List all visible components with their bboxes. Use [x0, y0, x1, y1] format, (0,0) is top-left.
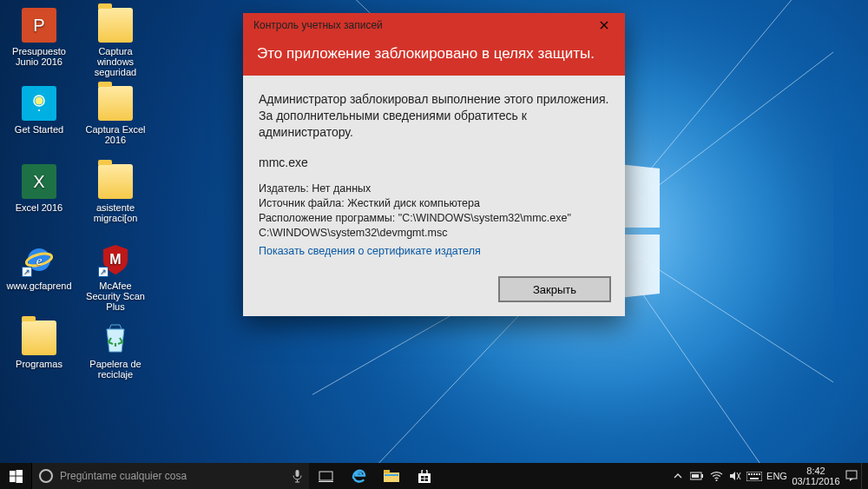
cortana-icon [39, 469, 53, 483]
svg-point-36 [715, 479, 717, 481]
svg-rect-31 [421, 479, 424, 481]
svg-rect-21 [16, 476, 23, 483]
source-label: Источник файла: [259, 197, 345, 209]
battery-icon[interactable] [687, 463, 707, 489]
close-button[interactable]: Закрыть [498, 276, 611, 302]
desktop-icon-excel-4[interactable]: XExcel 2016 [4, 161, 74, 237]
desktop-icon-label: McAfee Security Scan Plus [82, 281, 149, 312]
uac-header: Это приложение заблокировано в целях защ… [243, 37, 625, 76]
svg-rect-39 [751, 473, 753, 475]
task-view-button[interactable] [309, 463, 342, 489]
svg-rect-27 [385, 474, 398, 476]
uac-message: Администратор заблокировал выполнение эт… [259, 91, 609, 141]
svg-text:M: M [109, 252, 121, 267]
store-button[interactable] [408, 463, 441, 489]
desktop-icon-label: Captura Excel 2016 [82, 124, 149, 145]
desktop-icon-ie-6[interactable]: e↗www.gcfaprend [4, 239, 74, 315]
publisher-value: Нет данных [312, 182, 371, 195]
svg-rect-24 [319, 481, 333, 482]
svg-rect-19 [16, 470, 23, 476]
svg-rect-38 [748, 473, 750, 475]
publisher-label: Издатель: [259, 182, 309, 195]
search-placeholder: Pregúntame cualquier cosa [60, 470, 286, 482]
certificate-link[interactable]: Показать сведения о сертификате издателя [259, 244, 481, 259]
uac-titlebar-text: Контроль учетных записей [253, 19, 383, 31]
action-center-icon[interactable] [842, 463, 861, 489]
desktop-icon-label: Captura windows seguridad [82, 46, 149, 77]
desktop-icon-folder-5[interactable]: asistente migraci[on [81, 161, 150, 237]
svg-rect-41 [756, 473, 758, 475]
desktop-icon-folder-3[interactable]: Captura Excel 2016 [81, 83, 150, 159]
show-desktop-button[interactable] [861, 463, 866, 489]
svg-rect-25 [384, 472, 399, 482]
tray-chevron-up-icon[interactable] [668, 463, 687, 489]
uac-metadata: Издатель: Нет данных Источник файла: Жес… [259, 182, 609, 259]
desktop-icon-folder-1[interactable]: Captura windows seguridad [81, 4, 150, 81]
source-value: Жесткий диск компьютера [347, 197, 480, 209]
svg-rect-44 [846, 471, 857, 479]
uac-titlebar[interactable]: Контроль учетных записей [243, 13, 625, 37]
desktop-icon-label: Get Started [15, 124, 63, 135]
desktop-icon-recycle-9[interactable]: Papelera de reciclaje [81, 317, 150, 393]
search-box[interactable]: Pregúntame cualquier cosa [31, 463, 309, 489]
desktop-icon-label: asistente migraci[on [82, 202, 149, 223]
desktop-icon-powerpoint-0[interactable]: PPresupuesto Junio 2016 [4, 4, 74, 81]
wifi-icon[interactable] [707, 463, 726, 489]
file-explorer-button[interactable] [375, 463, 408, 489]
desktop-icon-label: Presupuesto Junio 2016 [5, 46, 73, 67]
keyboard-icon[interactable] [745, 463, 764, 489]
language-indicator[interactable]: ENG [764, 463, 790, 489]
svg-point-13 [36, 97, 43, 105]
svg-rect-32 [425, 479, 429, 481]
desktop-icon-mcafee-7[interactable]: M↗McAfee Security Scan Plus [81, 239, 150, 315]
desktop-icon-label: Programas [16, 359, 62, 369]
svg-rect-26 [384, 470, 390, 473]
clock-time: 8:42 [792, 466, 839, 476]
microphone-icon[interactable] [293, 470, 302, 483]
svg-rect-30 [425, 476, 429, 479]
svg-rect-22 [296, 470, 299, 477]
desktop-icon-label: Excel 2016 [16, 202, 62, 213]
svg-rect-20 [10, 476, 16, 482]
svg-rect-40 [753, 473, 755, 475]
svg-rect-37 [746, 472, 762, 481]
uac-exe-name: mmc.exe [259, 155, 609, 171]
clock[interactable]: 8:42 03/11/2016 [790, 463, 842, 489]
edge-button[interactable] [342, 463, 375, 489]
svg-text:e: e [36, 254, 43, 268]
taskbar: Pregúntame cualquier cosa ENG 8:42 03/11… [0, 463, 868, 489]
system-tray: ENG 8:42 03/11/2016 [668, 463, 868, 489]
svg-rect-43 [750, 478, 759, 479]
svg-rect-35 [692, 474, 699, 478]
location-label: Расположение программы: [259, 212, 395, 224]
svg-rect-42 [759, 473, 760, 475]
clock-date: 03/11/2016 [792, 476, 839, 486]
svg-rect-28 [418, 473, 431, 483]
uac-dialog: Контроль учетных записей Это приложение … [243, 13, 625, 316]
close-icon[interactable] [587, 16, 621, 35]
svg-rect-18 [10, 470, 16, 475]
desktop-icon-label: Papelera de reciclaje [82, 359, 149, 380]
desktop-icon-getstarted-2[interactable]: Get Started [4, 83, 74, 159]
svg-rect-34 [701, 474, 703, 478]
svg-rect-29 [421, 476, 424, 479]
volume-icon[interactable] [726, 463, 745, 489]
desktop-icon-folder-8[interactable]: Programas [4, 317, 74, 393]
start-button[interactable] [0, 463, 31, 489]
svg-rect-23 [319, 472, 332, 480]
desktop-icon-label: www.gcfaprend [6, 281, 71, 291]
